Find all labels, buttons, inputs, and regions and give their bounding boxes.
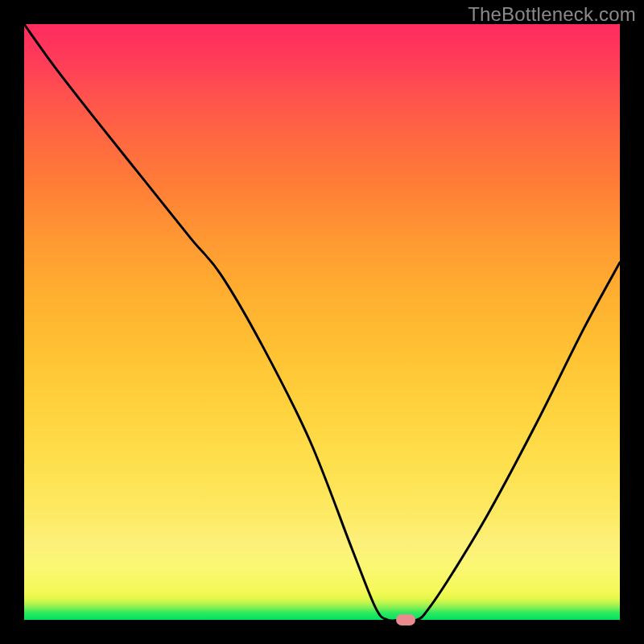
bottleneck-curve (24, 24, 620, 620)
plot-area (24, 24, 620, 620)
watermark-text: TheBottleneck.com (468, 3, 636, 26)
chart-frame: TheBottleneck.com (0, 0, 644, 644)
optimal-marker (396, 614, 415, 625)
